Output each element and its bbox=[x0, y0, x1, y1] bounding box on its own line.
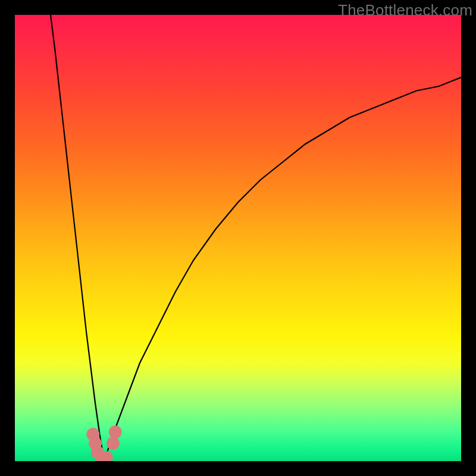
bottleneck-marker bbox=[109, 425, 122, 439]
bottleneck-marker bbox=[100, 451, 113, 461]
bottleneck-marker bbox=[91, 446, 104, 459]
bottleneck-marker bbox=[89, 437, 102, 450]
bottleneck-marker bbox=[95, 451, 108, 461]
chart-overlay bbox=[15, 15, 461, 461]
watermark-text: TheBottleneck.com bbox=[338, 1, 472, 20]
bottleneck-marker bbox=[86, 428, 99, 441]
chart-frame: TheBottleneck.com bbox=[0, 0, 476, 476]
bottleneck-marker bbox=[107, 437, 120, 450]
plot-area bbox=[15, 15, 461, 461]
left-branch-curve bbox=[51, 15, 104, 461]
bottleneck-marker-cluster bbox=[86, 425, 122, 461]
right-branch-curve bbox=[104, 77, 461, 461]
